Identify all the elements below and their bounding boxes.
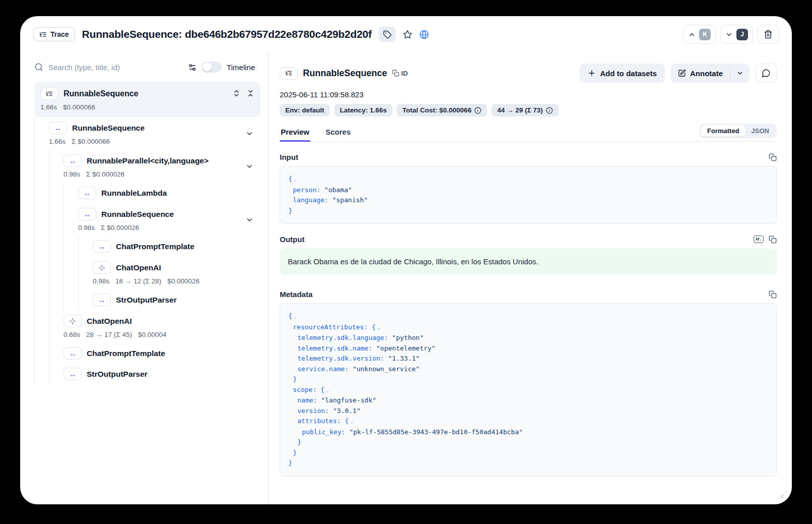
detail-tabs: Preview Scores Formatted JSON (280, 124, 777, 142)
annotate-button[interactable]: Annotate (671, 69, 730, 78)
format-json-option[interactable]: JSON (745, 125, 775, 137)
tree-node-runnablelambda[interactable]: ↔ RunnableLambda (34, 183, 261, 203)
observation-detail-panel: RunnableSequence ID Add to datasets (269, 52, 792, 504)
format-toggle: Formatted JSON (700, 124, 777, 138)
latency-badge: Latency: 1.66s (334, 104, 392, 117)
public-share-button[interactable] (419, 30, 429, 39)
edit-pen-icon (678, 69, 686, 77)
page-title: RunnableSequence: dbe646b2b67957d22e8780… (82, 28, 372, 40)
input-json-viewer[interactable]: {⌄person: "obama"language: "spanish"} (280, 166, 777, 224)
copy-id-button[interactable]: ID (392, 70, 408, 77)
span-icon: ↔ (64, 154, 82, 167)
expand-all-button[interactable] (232, 89, 240, 97)
collapse-node-button[interactable] (245, 216, 254, 224)
info-icon (474, 107, 481, 114)
root-node-name: RunnableSequence (64, 89, 138, 98)
metadata-section-label: Metadata (280, 290, 313, 299)
format-formatted-option[interactable]: Formatted (701, 125, 745, 137)
delete-trace-button[interactable] (758, 25, 779, 44)
annotate-button-group: Annotate (671, 64, 749, 83)
trace-tree: RunnableSequence 1.66s $0.000066 (20, 80, 268, 384)
tree-node-stroutputparser[interactable]: ↔ StrOutputParser (34, 289, 261, 310)
timeline-label: Timeline (227, 63, 255, 72)
span-icon: ↔ (93, 240, 111, 253)
tree-node-chatopenai-outer[interactable]: ChatOpenAI 0.68s 28 → 17 (Σ 45) $0.00004 (34, 310, 261, 343)
sliders-icon (188, 63, 197, 72)
tree-node-runnablesequence-inner[interactable]: ↔ RunnableSequence 0.98s Σ $0.000026 (34, 203, 261, 236)
span-icon: ↔ (64, 347, 82, 360)
tree-node-chatprompttemplate[interactable]: ↔ ChatPromptTemplate (34, 236, 261, 257)
markdown-toggle-button[interactable]: M↓ (754, 236, 764, 243)
header-actions: K J (683, 25, 779, 44)
markdown-icon: M↓ (754, 236, 764, 243)
comments-button[interactable] (756, 64, 777, 83)
bookmark-star-button[interactable] (403, 30, 412, 39)
search-input[interactable] (48, 63, 183, 72)
collapse-node-button[interactable] (245, 130, 254, 138)
keycap-j: J (736, 29, 748, 40)
tag-icon (383, 30, 392, 39)
keycap-k: K (699, 29, 711, 40)
metric-badges: Env: default Latency: 1.66s Total Cost: … (280, 104, 777, 117)
total-cost-badge[interactable]: Total Cost: $0.000066 (397, 104, 487, 117)
span-icon: ↔ (49, 122, 67, 134)
observation-title: RunnableSequence (303, 68, 387, 79)
tree-node-chatprompttemplate-outer[interactable]: ↔ ChatPromptTemplate (34, 343, 261, 364)
search-icon (34, 63, 43, 72)
copy-input-button[interactable] (769, 153, 777, 161)
generation-icon (93, 261, 111, 274)
app-window: Trace RunnableSequence: dbe646b2b67957d2… (20, 16, 792, 504)
generation-icon (64, 315, 82, 327)
chevron-down-icon (725, 31, 733, 38)
span-icon: ↔ (64, 368, 82, 380)
resize-handle[interactable] (778, 493, 784, 498)
chevron-down-icon (736, 70, 743, 77)
plus-icon (588, 69, 596, 77)
token-usage-badge[interactable]: 44 → 29 (Σ 73) (491, 104, 558, 117)
tree-node-runnableparallel[interactable]: ↔ RunnableParallel<city,language> 0.98s … (34, 150, 261, 183)
next-trace-button[interactable]: J (720, 25, 753, 44)
tree-node-stroutputparser-outer[interactable]: ↔ StrOutputParser (34, 364, 261, 384)
filter-settings-button[interactable] (188, 63, 197, 72)
tab-preview[interactable]: Preview (280, 124, 310, 141)
star-icon (403, 30, 412, 39)
copy-metadata-button[interactable] (769, 290, 777, 299)
annotate-dropdown-button[interactable] (730, 70, 749, 77)
tree-node-chatopenai[interactable]: ChatOpenAI 0.98s 16 → 12 (Σ 28) $0.00002… (34, 257, 261, 289)
collapse-node-button[interactable] (245, 162, 254, 170)
previous-trace-button[interactable]: K (683, 25, 716, 44)
list-tree-icon (39, 31, 47, 38)
trace-badge-label: Trace (50, 30, 69, 38)
trace-type-badge: Trace (33, 27, 75, 41)
tree-root-row[interactable]: RunnableSequence 1.66s $0.000066 (34, 82, 261, 117)
info-icon (546, 107, 553, 114)
copy-output-button[interactable] (769, 236, 777, 244)
tree-node-runnablesequence[interactable]: ↔ RunnableSequence 1.66s Σ $0.000066 (34, 117, 261, 150)
add-to-datasets-button[interactable]: Add to datasets (580, 64, 665, 83)
timeline-toggle[interactable] (202, 62, 222, 73)
trace-tree-sidebar: Timeline RunnableSequence 1.66s (20, 52, 269, 504)
metadata-json-viewer[interactable]: {⌄resourceAttributes: {⌄telemetry.sdk.la… (280, 303, 777, 477)
tag-button[interactable] (379, 27, 396, 42)
copy-icon (392, 70, 399, 77)
globe-icon (419, 30, 429, 39)
root-cost: $0.000066 (63, 103, 95, 111)
span-icon: ↔ (93, 294, 111, 306)
tab-scores[interactable]: Scores (325, 124, 352, 141)
collapse-all-button[interactable] (246, 89, 255, 97)
trace-node-icon (40, 87, 58, 100)
trace-node-icon (280, 67, 298, 80)
tree-search-bar: Timeline (20, 56, 268, 80)
chevron-up-icon (688, 31, 696, 38)
root-latency: 1.66s (40, 103, 57, 111)
chat-bubble-icon (762, 69, 771, 78)
env-badge: Env: default (280, 104, 330, 117)
trace-timestamp: 2025-06-11 11:09:58.823 (280, 90, 777, 99)
output-section-label: Output (280, 235, 304, 244)
trash-icon (764, 30, 773, 39)
input-section-label: Input (280, 153, 298, 161)
trace-header: Trace RunnableSequence: dbe646b2b67957d2… (20, 16, 792, 52)
output-text: Barack Obama es de la ciudad de Chicago,… (280, 248, 777, 275)
span-icon: ↔ (78, 208, 96, 220)
span-icon: ↔ (78, 187, 96, 199)
